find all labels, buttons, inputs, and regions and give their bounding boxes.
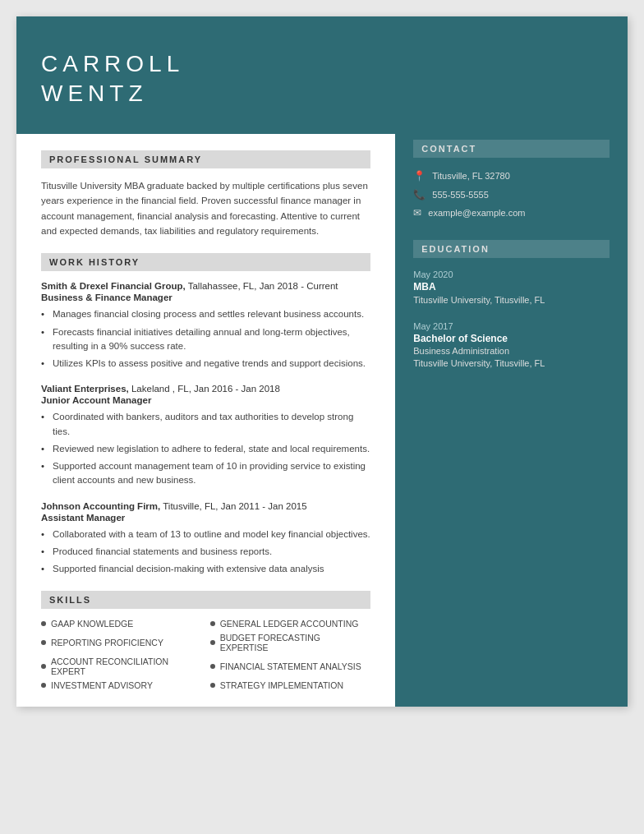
education-header: EDUCATION (413, 240, 610, 258)
bullet: Produced financial statements and busine… (41, 545, 370, 559)
resume-container: CARROLL WENTZ PROFESSIONAL SUMMARY Titus… (16, 16, 628, 707)
contact-address: Titusville, FL 32780 (432, 169, 510, 183)
job-2-role: Junior Account Manager (41, 395, 370, 405)
skill-item-6: FINANCIAL STATEMENT ANALYSIS (210, 657, 371, 676)
job-1-location: Tallahassee, FL, Jan 2018 - Current (186, 281, 338, 291)
edu-entry-2: May 2017 Bachelor of Science Business Ad… (413, 321, 610, 370)
contact-header: CONTACT (413, 140, 610, 158)
email-icon: ✉ (413, 207, 421, 219)
full-name: CARROLL WENTZ (41, 49, 184, 109)
right-content: CONTACT 📍 Titusville, FL 32780 📞 555-555… (395, 123, 628, 707)
skill-dot (41, 683, 46, 688)
edu-1-school: Titusville University, Titusville, FL (413, 294, 610, 306)
left-content: PROFESSIONAL SUMMARY Titusville Universi… (16, 134, 395, 707)
work-history-header: WORK HISTORY (41, 253, 370, 271)
bullet: Supported financial decision-making with… (41, 562, 370, 576)
header-block: CARROLL WENTZ (16, 16, 395, 134)
location-icon: 📍 (413, 170, 426, 182)
bullet: Collaborated with a team of 13 to outlin… (41, 528, 370, 541)
skills-header: SKILLS (41, 591, 370, 609)
edu-2-date: May 2017 (413, 321, 610, 331)
job-1-company: Smith & Drexel Financial Group, (41, 281, 186, 291)
professional-summary-header: PROFESSIONAL SUMMARY (41, 150, 370, 168)
skill-label: GENERAL LEDGER ACCOUNTING (220, 619, 359, 629)
last-name: WENTZ (41, 81, 148, 106)
edu-2-field: Business Administration (413, 346, 610, 356)
skill-label: STRATEGY IMPLEMENTATION (220, 680, 343, 690)
job-2: Valiant Enterprises, Lakeland , FL, Jan … (41, 384, 370, 487)
skill-item-8: STRATEGY IMPLEMENTATION (210, 680, 371, 690)
skill-dot (210, 621, 215, 626)
skill-label: REPORTING PROFICIENCY (51, 638, 163, 647)
skill-item-2: GENERAL LEDGER ACCOUNTING (210, 619, 371, 629)
phone-icon: 📞 (413, 189, 426, 200)
bullet: Manages financial closing process and se… (41, 307, 370, 321)
job-1-bullets: Manages financial closing process and se… (41, 307, 370, 371)
contact-phone-item: 📞 555-555-5555 (413, 188, 610, 202)
skill-dot (210, 664, 215, 669)
edu-1-degree: MBA (413, 281, 610, 293)
bullet: Reviewed new legislation to adhere to fe… (41, 442, 370, 456)
job-1: Smith & Drexel Financial Group, Tallahas… (41, 281, 370, 371)
job-3-company: Johnson Accounting Firm, (41, 501, 160, 511)
skill-dot (210, 640, 215, 645)
right-header-spacer (395, 16, 628, 123)
job-3: Johnson Accounting Firm, Titusville, FL,… (41, 501, 370, 577)
education-section: EDUCATION May 2020 MBA Titusville Univer… (413, 240, 610, 371)
bullet: Coordinated with bankers, auditors and t… (41, 410, 370, 439)
skill-label: FINANCIAL STATEMENT ANALYSIS (220, 661, 361, 671)
job-2-location: Lakeland , FL, Jan 2016 - Jan 2018 (129, 384, 280, 394)
skill-item-1: GAAP KNOWLEDGE (41, 619, 202, 629)
bullet: Supported account management team of 10 … (41, 459, 370, 488)
skill-item-5: ACCOUNT RECONCILIATION EXPERT (41, 657, 202, 676)
skill-dot (210, 683, 215, 688)
job-3-bullets: Collaborated with a team of 13 to outlin… (41, 528, 370, 577)
edu-2-school: Titusville University, Titusville, FL (413, 357, 610, 370)
contact-address-item: 📍 Titusville, FL 32780 (413, 169, 610, 183)
contact-email-item: ✉ example@example.com (413, 206, 610, 220)
skill-dot (41, 621, 46, 626)
contact-phone: 555-555-5555 (432, 188, 489, 202)
skill-dot (41, 664, 46, 669)
edu-1-date: May 2020 (413, 270, 610, 279)
first-name: CARROLL (41, 51, 184, 76)
skill-item-3: REPORTING PROFICIENCY (41, 633, 202, 652)
job-1-title-line: Smith & Drexel Financial Group, Tallahas… (41, 281, 370, 291)
edu-entry-1: May 2020 MBA Titusville University, Titu… (413, 270, 610, 306)
left-column: CARROLL WENTZ PROFESSIONAL SUMMARY Titus… (16, 16, 395, 707)
job-1-role: Business & Finance Manager (41, 293, 370, 302)
summary-text: Titusville University MBA graduate backe… (41, 178, 370, 239)
job-2-company: Valiant Enterprises, (41, 384, 129, 394)
skills-grid: GAAP KNOWLEDGE GENERAL LEDGER ACCOUNTING… (41, 619, 370, 690)
right-column: CONTACT 📍 Titusville, FL 32780 📞 555-555… (395, 16, 628, 707)
contact-section: CONTACT 📍 Titusville, FL 32780 📞 555-555… (413, 140, 610, 220)
skill-label: BUDGET FORECASTING EXPERTISE (220, 633, 371, 652)
bullet: Utilizes KPIs to assess positive and neg… (41, 357, 370, 371)
skill-item-7: INVESTMENT ADVISORY (41, 680, 202, 690)
edu-2-degree: Bachelor of Science (413, 333, 610, 344)
job-3-title-line: Johnson Accounting Firm, Titusville, FL,… (41, 501, 370, 511)
job-3-location: Titusville, FL, Jan 2011 - Jan 2015 (160, 501, 306, 511)
job-3-role: Assistant Manager (41, 513, 370, 523)
job-2-title-line: Valiant Enterprises, Lakeland , FL, Jan … (41, 384, 370, 394)
contact-email: example@example.com (428, 206, 525, 220)
skill-item-4: BUDGET FORECASTING EXPERTISE (210, 633, 371, 652)
skill-label: GAAP KNOWLEDGE (51, 619, 133, 629)
skill-dot (41, 640, 46, 645)
bullet: Forecasts financial initiatives detailin… (41, 325, 370, 354)
skill-label: INVESTMENT ADVISORY (51, 680, 153, 690)
job-2-bullets: Coordinated with bankers, auditors and t… (41, 410, 370, 487)
skill-label: ACCOUNT RECONCILIATION EXPERT (51, 657, 202, 676)
